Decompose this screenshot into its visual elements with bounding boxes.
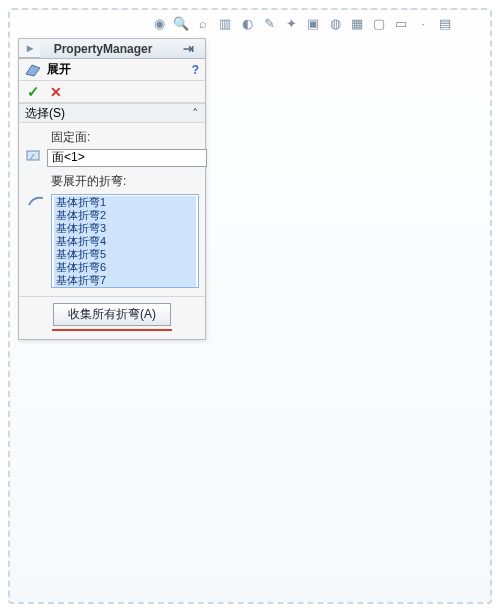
list-item[interactable]: 基体折弯2: [54, 209, 196, 222]
zoom-icon[interactable]: 🔍: [172, 14, 190, 32]
ok-cancel-row: ✓ ✕: [19, 81, 205, 103]
feature-name: 展开: [47, 61, 186, 78]
shaded-icon[interactable]: ▢: [370, 14, 388, 32]
style-icon[interactable]: ◍: [326, 14, 344, 32]
bends-listbox[interactable]: 基体折弯1 基体折弯2 基体折弯3 基体折弯4 基体折弯5 基体折弯6 基体折弯…: [51, 194, 199, 288]
selection-section-header[interactable]: 选择(S) ˄: [19, 103, 205, 123]
scene-icon[interactable]: ▣: [304, 14, 322, 32]
pm-header: ▸ PropertyManager ⇥: [19, 39, 205, 59]
face-picker-icon[interactable]: [25, 148, 43, 167]
app-frame: ◉ 🔍 ⌕ ▥ ◐ ✎ ✦ ▣ ◍ ▦ ▢ ▭ · ▤: [8, 8, 492, 604]
list-item[interactable]: 基体折弯3: [54, 222, 196, 235]
list-item[interactable]: 基体折弯6: [54, 261, 196, 274]
svg-point-5: [390, 482, 421, 511]
svg-point-3: [408, 442, 439, 471]
loupe-icon[interactable]: ⌕: [194, 14, 212, 32]
bend-picker-icon[interactable]: [25, 192, 47, 211]
fixed-face-input[interactable]: [47, 149, 207, 167]
svg-marker-7: [338, 422, 346, 430]
ok-button[interactable]: ✓: [27, 83, 40, 101]
edit-icon[interactable]: ✦: [282, 14, 300, 32]
view-toolbar: ◉ 🔍 ⌕ ▥ ◐ ✎ ✦ ▣ ◍ ▦ ▢ ▭ · ▤: [10, 12, 490, 34]
list-item[interactable]: 基体折弯4: [54, 235, 196, 248]
svg-point-4: [380, 474, 431, 521]
cancel-button[interactable]: ✕: [50, 84, 62, 100]
orbit-icon[interactable]: ◉: [150, 14, 168, 32]
collect-row: 收集所有折弯(A): [19, 296, 205, 339]
fixed-face-label: 固定面:: [51, 129, 199, 146]
watermark-l2: 研习社: [427, 553, 457, 567]
section-title: 选择(S): [25, 105, 65, 122]
pin-icon[interactable]: ⇥: [183, 41, 201, 56]
watermark-l1: SW: [434, 542, 450, 553]
svg-line-10: [320, 456, 342, 471]
pm-title: PropertyManager: [23, 42, 183, 56]
toolbar-sep: ·: [414, 14, 432, 32]
collapse-icon: ˄: [192, 106, 199, 121]
show-icon[interactable]: ◐: [238, 14, 256, 32]
list-item[interactable]: 基体折弯1: [54, 196, 196, 209]
svg-line-8: [342, 456, 371, 466]
paint-icon[interactable]: ✎: [260, 14, 278, 32]
help-icon[interactable]: ?: [192, 63, 199, 77]
svg-point-2: [398, 433, 449, 480]
unfold-icon: [25, 62, 41, 78]
svg-marker-11: [317, 465, 326, 473]
draft-icon[interactable]: ▦: [348, 14, 366, 32]
highlight-underline: [52, 329, 172, 331]
selection-section-body: 固定面: 要展开的折弯: 基体折弯1 基体折弯2 基体折弯3 基体折弯4 基体折…: [19, 123, 205, 296]
pm-tab-icon[interactable]: ▸: [18, 38, 40, 58]
watermark: SW 研习社: [412, 524, 472, 584]
views-icon[interactable]: ▤: [436, 14, 454, 32]
section-icon[interactable]: ▥: [216, 14, 234, 32]
bends-label: 要展开的折弯:: [51, 173, 199, 190]
hidden-icon[interactable]: ▭: [392, 14, 410, 32]
svg-marker-9: [365, 461, 375, 468]
property-manager-panel: ▸ PropertyManager ⇥ 展开 ? ✓ ✕ 选择(S) ˄ 固定面…: [18, 38, 206, 340]
feature-row: 展开 ?: [19, 59, 205, 81]
list-item[interactable]: 基体折弯5: [54, 248, 196, 261]
list-item[interactable]: 基体折弯7: [54, 274, 196, 287]
collect-all-bends-button[interactable]: 收集所有折弯(A): [53, 303, 171, 326]
